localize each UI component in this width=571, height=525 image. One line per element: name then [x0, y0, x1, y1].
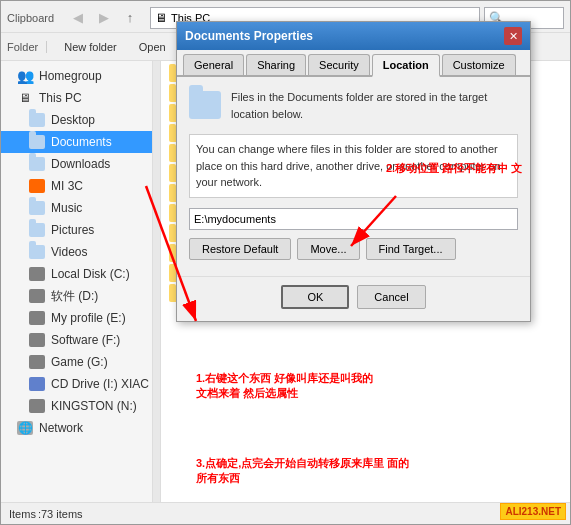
watermark-text: ALI213.NET	[505, 506, 561, 517]
tab-sharing[interactable]: Sharing	[246, 54, 306, 75]
dialog-overlay: Documents Properties ✕ General Sharing S…	[1, 1, 570, 524]
dialog-close-button[interactable]: ✕	[504, 27, 522, 45]
tab-general[interactable]: General	[183, 54, 244, 75]
dialog-folder-icon	[189, 91, 221, 119]
find-target-button[interactable]: Find Target...	[366, 238, 456, 260]
dialog-tabs: General Sharing Security Location Custom…	[177, 50, 530, 77]
dialog-path-input[interactable]	[189, 208, 518, 230]
documents-properties-dialog: Documents Properties ✕ General Sharing S…	[176, 21, 531, 322]
move-button[interactable]: Move...	[297, 238, 359, 260]
tab-customize[interactable]: Customize	[442, 54, 516, 75]
dialog-content: Files in the Documents folder are stored…	[177, 77, 530, 276]
dialog-ok-cancel: OK Cancel	[177, 276, 530, 321]
dialog-titlebar: Documents Properties ✕	[177, 22, 530, 50]
cancel-button[interactable]: Cancel	[357, 285, 425, 309]
dialog-desc2: You can change where files in this folde…	[189, 134, 518, 198]
dialog-desc1: Files in the Documents folder are stored…	[231, 89, 518, 122]
dialog-buttons-row: Restore Default Move... Find Target...	[189, 238, 518, 260]
tab-location[interactable]: Location	[372, 54, 440, 77]
dialog-info-box: Files in the Documents folder are stored…	[189, 89, 518, 122]
restore-default-button[interactable]: Restore Default	[189, 238, 291, 260]
watermark: ALI213.NET	[500, 503, 566, 520]
tab-security[interactable]: Security	[308, 54, 370, 75]
dialog-title: Documents Properties	[185, 29, 313, 43]
ok-button[interactable]: OK	[281, 285, 349, 309]
explorer-window: Clipboard ◀ ▶ ↑ 🖥 This PC 🔍 Folder New f…	[0, 0, 571, 525]
